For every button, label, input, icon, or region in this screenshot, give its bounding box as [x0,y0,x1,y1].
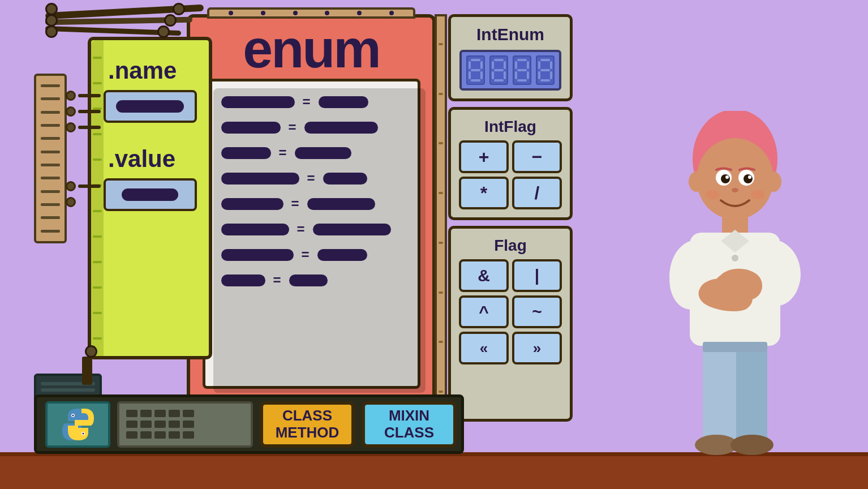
connector-block [117,401,253,448]
flag-title: Flag [494,237,527,255]
intenum-box: IntEnum [448,14,573,101]
member-row-2: = [221,119,402,135]
value-display [104,178,197,211]
cable-connectors-right-2 [66,181,101,207]
python-snake-icon [58,404,98,445]
cable-connectors-right [66,91,101,132]
left-panel: .name .value [88,37,212,359]
python-logo-box [45,401,110,448]
class-method-line1: CLASS [276,408,340,424]
svg-rect-18 [703,342,767,352]
right-bracket [435,14,447,422]
intflag-btn-multiply: * [459,177,509,209]
svg-point-27 [751,190,764,199]
intflag-title: IntFlag [484,118,536,136]
intflag-btn-plus: + [459,140,509,173]
member-row-7: = [221,247,402,263]
right-panel: IntEnum [448,14,573,422]
enum-panel: enum = = = = = [187,14,436,422]
mixin-class-button[interactable]: MIXIN CLASS [362,401,457,448]
svg-point-17 [731,435,774,455]
flag-btn-rshift: » [512,332,562,364]
svg-rect-14 [703,343,734,442]
value-label: .value [108,145,175,173]
flag-box: Flag & | ^ ~ « » [448,226,573,422]
svg-point-10 [732,255,738,261]
flag-btn-or: | [512,259,562,292]
member-row-8: = [221,272,402,288]
intflag-btn-minus: − [512,140,562,173]
member-row-3: = [221,145,402,161]
class-method-button[interactable]: CLASS METHOD [260,401,355,448]
character-svg [653,111,817,456]
svg-point-23 [725,175,729,179]
class-method-line2: METHOD [276,424,340,441]
flag-btn-lshift: « [459,332,509,364]
character [653,111,817,456]
flag-btn-and: & [459,259,509,292]
flag-btn-not: ~ [512,295,562,328]
intenum-title: IntEnum [476,25,544,44]
svg-point-7 [766,171,781,192]
members-board: = = = = = = = [203,79,420,389]
intflag-btn-divide: / [512,177,562,209]
member-row-1: = [221,94,402,110]
flag-btn-xor: ^ [459,295,509,328]
lcd-display [459,50,561,91]
name-display [104,90,197,123]
member-row-6: = [221,221,402,237]
flag-buttons: & | ^ ~ « » [459,259,562,364]
bottom-bar: CLASS METHOD MIXIN CLASS [34,394,464,454]
svg-point-24 [748,175,751,179]
svg-point-3 [82,432,84,434]
svg-point-1 [72,414,74,416]
svg-rect-15 [736,343,767,442]
enum-title: enum [243,22,379,76]
name-label: .name [108,57,177,84]
mixin-class-line1: MIXIN [384,408,434,424]
intflag-buttons: + − * / [459,140,562,209]
svg-point-6 [689,171,704,192]
mixin-class-line2: CLASS [384,424,434,441]
svg-point-22 [744,174,753,183]
svg-point-25 [732,188,738,192]
member-row-4: = [221,170,402,186]
svg-point-26 [706,190,719,199]
left-cable-box [34,74,67,243]
member-row-5: = [221,196,402,212]
intflag-box: IntFlag + − * / [448,107,573,220]
svg-point-5 [697,138,774,220]
floor [0,452,868,489]
svg-point-21 [721,174,730,183]
